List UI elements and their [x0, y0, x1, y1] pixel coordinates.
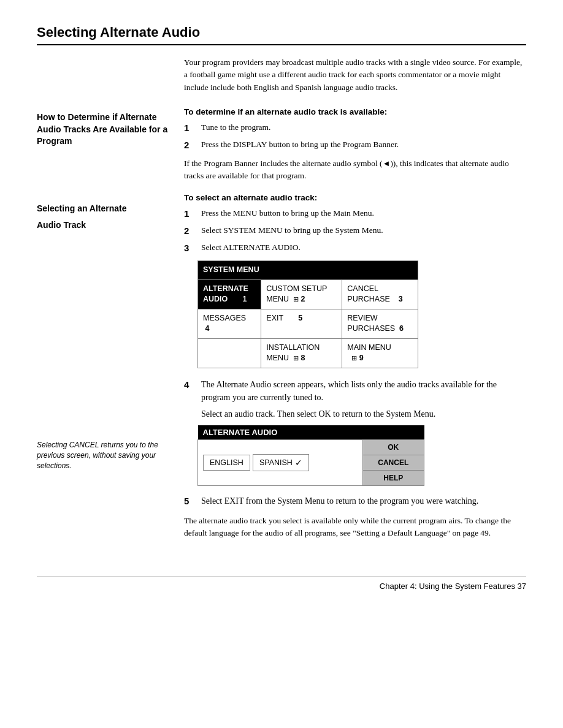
checkmark-icon: ✓ — [295, 458, 302, 468]
section2-left-heading-line1: Selecting an Alternate — [37, 203, 172, 215]
caption-text: Selecting CANCEL returns you to the prev… — [37, 440, 172, 471]
sys-cell-main-menu: MAIN MENU ⊞ 9 — [342, 338, 418, 368]
step-1-1: 1 Tune to the program. — [184, 121, 526, 134]
system-menu-row-3: INSTALLATIONMENU ⊞ 8 MAIN MENU ⊞ 9 — [198, 338, 418, 368]
step-4-text-b: Select an audio track. Then select OK to… — [201, 408, 526, 420]
section2-right: To select an alternate audio track: 1 Pr… — [184, 193, 526, 539]
sys-cell-messages: MESSAGES 4 — [198, 309, 261, 338]
sys-cell-review-purchases: REVIEWPURCHASES 6 — [342, 309, 418, 338]
grid-icon-2: ⊞ — [293, 295, 299, 303]
alt-audio-table: ALTERNATE AUDIO ENGLISH SPANISH ✓ — [197, 425, 424, 486]
step-5-text: Select EXIT from the System Menu to retu… — [201, 495, 526, 507]
sys-cell-custom-setup: CUSTOM SETUPMENU ⊞ 2 — [261, 279, 342, 309]
step-2-2: 2 Select SYSTEM MENU to bring up the Sys… — [184, 224, 526, 237]
section1-note: If the Program Banner includes the alter… — [184, 157, 526, 183]
section1-right-heading: To determine if an alternate audio track… — [184, 107, 526, 116]
step-2-1: 1 Press the MENU button to bring up the … — [184, 207, 526, 220]
page-footer: Chapter 4: Using the System Features 37 — [37, 576, 526, 591]
sys-cell-alternate-audio: ALTERNATEAUDIO 1 — [198, 279, 261, 309]
page-title: Selecting Alternate Audio — [37, 25, 526, 45]
step-4-text-a: The Alternate Audio screen appears, whic… — [201, 378, 526, 404]
grid-icon-8: ⊞ — [293, 354, 299, 362]
step-4-container: 4 The Alternate Audio screen appears, wh… — [184, 378, 526, 420]
alt-audio-action-buttons: OK CANCEL HELP — [363, 440, 424, 485]
help-button[interactable]: HELP — [363, 471, 424, 485]
alt-audio-options-cell: ENGLISH SPANISH ✓ — [198, 439, 363, 485]
system-menu-row-2: MESSAGES 4 EXIT 5 REVIEWPURCHASES 6 — [198, 309, 418, 338]
section1-right: To determine if an alternate audio track… — [184, 107, 526, 183]
section1-steps: 1 Tune to the program. 2 Press the DISPL… — [184, 121, 526, 151]
alt-audio-header: ALTERNATE AUDIO — [198, 425, 424, 440]
system-menu-header: SYSTEM MENU — [198, 261, 418, 280]
step-1-2: 2 Press the DISPLAY button to bring up t… — [184, 138, 526, 151]
intro-text: Your program providers may broadcast mul… — [184, 56, 526, 94]
left-column: How to Determine if Alternate Audio Trac… — [37, 56, 184, 552]
step-4-text: The Alternate Audio screen appears, whic… — [201, 378, 526, 420]
sys-cell-cancel-purchase: CANCELPURCHASE 3 — [342, 279, 418, 309]
cancel-button[interactable]: CANCEL — [363, 455, 424, 471]
sys-cell-empty — [198, 338, 261, 368]
section2-right-heading: To select an alternate audio track: — [184, 193, 526, 202]
section1-left-heading: How to Determine if Alternate Audio Trac… — [37, 112, 172, 148]
alt-audio-body-row: ENGLISH SPANISH ✓ OK CANCEL — [198, 439, 424, 485]
section2-left-heading-line2: Audio Track — [37, 219, 172, 232]
audio-symbol: ◄) — [383, 159, 393, 168]
alt-audio-options: ENGLISH SPANISH ✓ — [203, 454, 358, 471]
step-5-container: 5 Select EXIT from the System Menu to re… — [184, 495, 526, 507]
step-2-3: 3 Select ALTERNATE AUDIO. — [184, 241, 526, 254]
audio-option-english[interactable]: ENGLISH — [203, 455, 250, 471]
step-5-num: 5 — [184, 495, 197, 507]
right-column: Your program providers may broadcast mul… — [184, 56, 526, 552]
section2-steps: 1 Press the MENU button to bring up the … — [184, 207, 526, 254]
footer-note: The alternate audio track you select is … — [184, 515, 526, 540]
sys-cell-installation-menu: INSTALLATIONMENU ⊞ 8 — [261, 338, 342, 368]
audio-option-spanish[interactable]: SPANISH ✓ — [253, 454, 309, 471]
sys-cell-exit: EXIT 5 — [261, 309, 342, 338]
step-4-num: 4 — [184, 378, 197, 391]
ok-button[interactable]: OK — [363, 440, 424, 455]
alt-audio-buttons-cell: OK CANCEL HELP — [362, 439, 424, 485]
system-menu-table: SYSTEM MENU ALTERNATEAUDIO 1 CUSTOM SETU… — [197, 260, 418, 368]
grid-icon-9: ⊞ — [351, 354, 357, 362]
system-menu-row-1: ALTERNATEAUDIO 1 CUSTOM SETUPMENU ⊞ 2 CA… — [198, 279, 418, 309]
